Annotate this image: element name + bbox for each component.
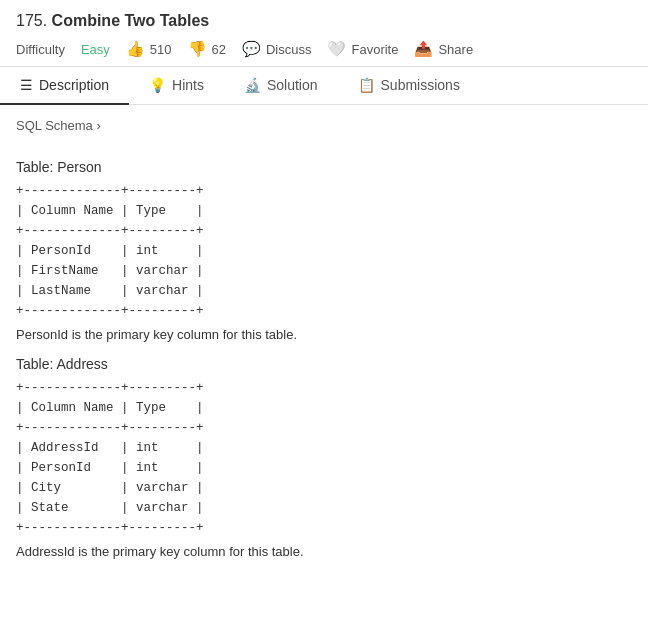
description-tab-icon: ☰: [20, 77, 33, 93]
table1-note: PersonId is the primary key column for t…: [16, 327, 632, 342]
tab-submissions-label: Submissions: [381, 77, 460, 93]
problem-title: 175. Combine Two Tables: [16, 12, 632, 30]
meta-row: Difficulty Easy 👍 510 👎 62 💬 Discuss 🤍 F…: [16, 40, 632, 58]
content-area: SQL Schema › Table: Person +------------…: [0, 105, 648, 585]
problem-number: 175.: [16, 12, 47, 29]
discuss-item[interactable]: 💬 Discuss: [242, 40, 312, 58]
tab-description-label: Description: [39, 77, 109, 93]
share-label: Share: [438, 42, 473, 57]
discuss-icon: 💬: [242, 40, 261, 58]
favorite-label: Favorite: [351, 42, 398, 57]
dislikes-item[interactable]: 👎 62: [188, 40, 226, 58]
solution-tab-icon: 🔬: [244, 77, 261, 93]
difficulty-value[interactable]: Easy: [81, 42, 110, 57]
table2-schema: +-------------+---------+ | Column Name …: [16, 378, 632, 538]
submissions-tab-icon: 📋: [358, 77, 375, 93]
tabs-bar: ☰ Description 💡 Hints 🔬 Solution 📋 Submi…: [0, 67, 648, 105]
table1-schema: +-------------+---------+ | Column Name …: [16, 181, 632, 321]
dislikes-count: 62: [212, 42, 226, 57]
tab-solution[interactable]: 🔬 Solution: [224, 67, 338, 105]
thumbs-up-icon: 👍: [126, 40, 145, 58]
tab-hints-label: Hints: [172, 77, 204, 93]
difficulty-label: Difficulty: [16, 42, 65, 57]
likes-count: 510: [150, 42, 172, 57]
tab-hints[interactable]: 💡 Hints: [129, 67, 224, 105]
table1-label: Table: Person: [16, 159, 632, 175]
discuss-label: Discuss: [266, 42, 312, 57]
tab-submissions[interactable]: 📋 Submissions: [338, 67, 480, 105]
share-icon: 📤: [414, 40, 433, 58]
problem-name: Combine Two Tables: [52, 12, 210, 29]
table2-note: AddressId is the primary key column for …: [16, 544, 632, 559]
tab-description[interactable]: ☰ Description: [0, 67, 129, 105]
likes-item[interactable]: 👍 510: [126, 40, 172, 58]
sql-schema-link[interactable]: SQL Schema ›: [16, 118, 101, 133]
tab-solution-label: Solution: [267, 77, 318, 93]
heart-icon: 🤍: [327, 40, 346, 58]
hints-tab-icon: 💡: [149, 77, 166, 93]
share-item[interactable]: 📤 Share: [414, 40, 473, 58]
favorite-item[interactable]: 🤍 Favorite: [327, 40, 398, 58]
table2-label: Table: Address: [16, 356, 632, 372]
thumbs-down-icon: 👎: [188, 40, 207, 58]
problem-header: 175. Combine Two Tables Difficulty Easy …: [0, 0, 648, 67]
